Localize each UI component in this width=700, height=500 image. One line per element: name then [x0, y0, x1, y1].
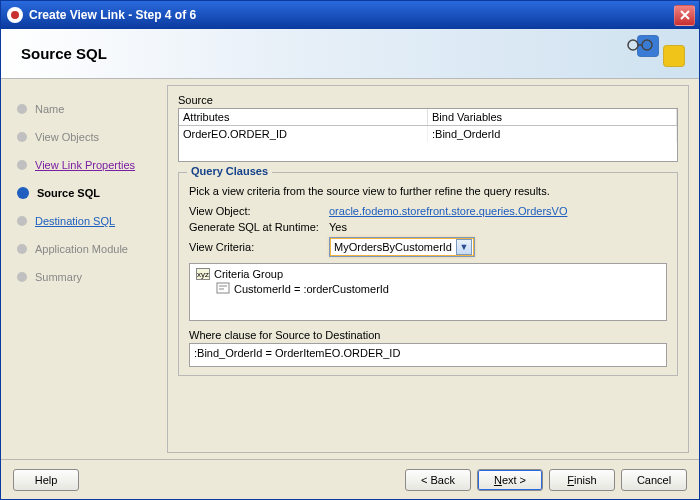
criteria-group-icon: xyz [196, 268, 210, 280]
step-destination-sql[interactable]: Destination SQL [17, 209, 159, 233]
titlebar: Create View Link - Step 4 of 6 [1, 1, 699, 29]
row-generate-sql: Generate SQL at Runtime: Yes [189, 221, 667, 233]
step-dot-icon [17, 132, 27, 142]
tree-node-label: CustomerId = :orderCustomerId [234, 283, 389, 295]
next-rest: ext > [502, 474, 526, 486]
row-view-criteria: View Criteria: MyOrdersByCustomerId ▼ [189, 237, 667, 257]
close-icon [680, 10, 690, 20]
tree-node-label: Criteria Group [214, 268, 283, 280]
step-source-sql: Source SQL [17, 181, 159, 205]
generate-sql-value: Yes [329, 221, 347, 233]
combobox-value: MyOrdersByCustomerId [334, 241, 452, 253]
content-panel: Source Attributes Bind Variables OrderEO… [167, 85, 689, 453]
table-row[interactable]: OrderEO.ORDER_ID :Bind_OrderId [179, 126, 677, 142]
step-label: Summary [35, 271, 82, 283]
step-dot-icon [17, 104, 27, 114]
svg-point-0 [11, 11, 19, 19]
step-label: Application Module [35, 243, 128, 255]
criteria-tree[interactable]: xyz Criteria Group CustomerId = :orderCu… [189, 263, 667, 321]
help-button[interactable]: Help [13, 469, 79, 491]
finish-rest: inish [574, 474, 597, 486]
close-button[interactable] [674, 5, 695, 26]
back-button[interactable]: < Back [405, 469, 471, 491]
svg-point-2 [642, 40, 652, 50]
wizard-footer: Help < Back Next > Finish Cancel [1, 459, 699, 499]
content-area: Source Attributes Bind Variables OrderEO… [167, 79, 699, 459]
where-clause-value: :Bind_OrderId = OrderItemEO.ORDER_ID [194, 347, 400, 359]
step-label[interactable]: Destination SQL [35, 215, 115, 227]
source-label: Source [178, 94, 678, 106]
step-label: Name [35, 103, 64, 115]
group-legend: Query Clauses [187, 165, 272, 177]
next-mnemonic: N [494, 474, 502, 486]
tree-node-root[interactable]: xyz Criteria Group [196, 268, 660, 280]
step-dot-icon [17, 244, 27, 254]
cell-attribute: OrderEO.ORDER_ID [179, 126, 428, 142]
instruction-text: Pick a view criteria from the source vie… [189, 185, 667, 197]
generate-sql-label: Generate SQL at Runtime: [189, 221, 329, 233]
step-summary: Summary [17, 265, 159, 289]
chevron-down-icon: ▼ [456, 239, 472, 255]
tree-node-child[interactable]: CustomerId = :orderCustomerId [216, 282, 660, 296]
step-dot-icon [17, 160, 27, 170]
app-icon [7, 7, 23, 23]
wizard-header: Source SQL [1, 29, 699, 79]
step-dot-icon [17, 216, 27, 226]
window-title: Create View Link - Step 4 of 6 [29, 8, 674, 22]
wizard-body: Name View Objects View Link Properties S… [1, 79, 699, 459]
glasses-icon [625, 37, 661, 51]
step-label: Source SQL [37, 187, 100, 199]
view-criteria-label: View Criteria: [189, 241, 329, 253]
svg-point-1 [628, 40, 638, 50]
row-view-object: View Object: oracle.fodemo.storefront.st… [189, 205, 667, 217]
criteria-item-icon [216, 282, 230, 296]
step-view-link-properties[interactable]: View Link Properties [17, 153, 159, 177]
step-application-module: Application Module [17, 237, 159, 261]
where-clause-input[interactable]: :Bind_OrderId = OrderItemEO.ORDER_ID [189, 343, 667, 367]
cancel-button[interactable]: Cancel [621, 469, 687, 491]
step-label: View Link Properties [35, 159, 135, 171]
source-attributes-table[interactable]: Attributes Bind Variables OrderEO.ORDER_… [178, 108, 678, 162]
query-clauses-group: Query Clauses Pick a view criteria from … [178, 172, 678, 376]
finish-button[interactable]: Finish [549, 469, 615, 491]
header-decoration [637, 35, 685, 57]
step-dot-icon [17, 272, 27, 282]
view-object-label: View Object: [189, 205, 329, 217]
table-header: Attributes Bind Variables [179, 109, 677, 126]
step-name: Name [17, 97, 159, 121]
svg-rect-3 [217, 283, 229, 293]
col-bind-variables: Bind Variables [428, 109, 677, 125]
view-object-link[interactable]: oracle.fodemo.storefront.store.queries.O… [329, 205, 567, 217]
cell-bind: :Bind_OrderId [428, 126, 677, 142]
next-button[interactable]: Next > [477, 469, 543, 491]
wizard-steps-sidebar: Name View Objects View Link Properties S… [1, 79, 167, 459]
page-title: Source SQL [21, 45, 107, 62]
col-attributes: Attributes [179, 109, 428, 125]
step-label: View Objects [35, 131, 99, 143]
step-dot-icon [17, 187, 29, 199]
step-view-objects: View Objects [17, 125, 159, 149]
where-clause-label: Where clause for Source to Destination [189, 329, 667, 341]
view-criteria-combobox[interactable]: MyOrdersByCustomerId ▼ [329, 237, 475, 257]
